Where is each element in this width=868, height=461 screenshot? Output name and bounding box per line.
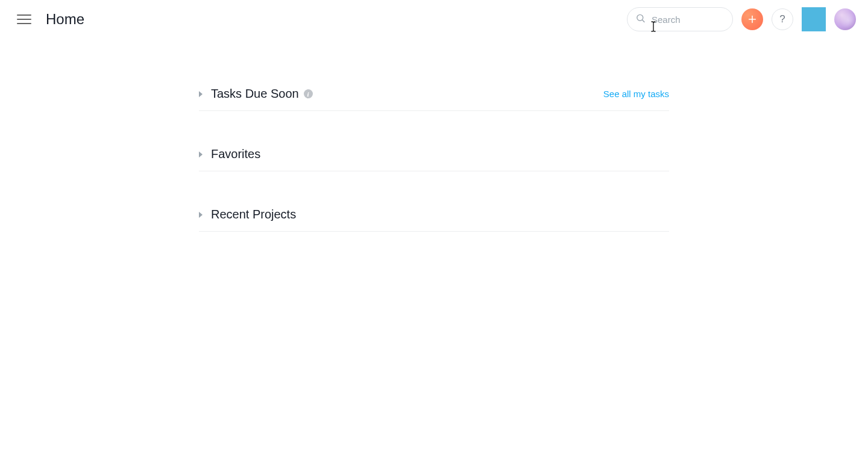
- search-field-wrapper: [627, 7, 733, 31]
- info-icon[interactable]: i: [304, 89, 313, 98]
- section-recent-projects: Recent Projects: [199, 208, 669, 232]
- user-avatar[interactable]: [834, 8, 856, 30]
- menu-toggle-button[interactable]: [17, 12, 31, 27]
- workspace-avatar[interactable]: [802, 7, 826, 31]
- section-title-recent: Recent Projects: [211, 208, 296, 221]
- section-favorites: Favorites: [199, 147, 669, 171]
- caret-right-icon[interactable]: [199, 151, 203, 157]
- search-input[interactable]: [627, 7, 733, 31]
- top-bar: Home ?: [0, 0, 868, 39]
- section-tasks-due-soon: Tasks Due Soon i See all my tasks: [199, 87, 669, 111]
- section-title-tasks: Tasks Due Soon: [211, 87, 299, 101]
- help-button[interactable]: ?: [772, 8, 793, 30]
- section-title-favorites: Favorites: [211, 147, 260, 161]
- caret-right-icon[interactable]: [199, 91, 203, 97]
- create-button[interactable]: [741, 8, 763, 30]
- see-all-tasks-link[interactable]: See all my tasks: [603, 89, 669, 99]
- question-mark-icon: ?: [779, 13, 785, 25]
- caret-right-icon[interactable]: [199, 212, 203, 218]
- page-title: Home: [46, 11, 84, 28]
- home-content: Tasks Due Soon i See all my tasks Favori…: [199, 87, 669, 232]
